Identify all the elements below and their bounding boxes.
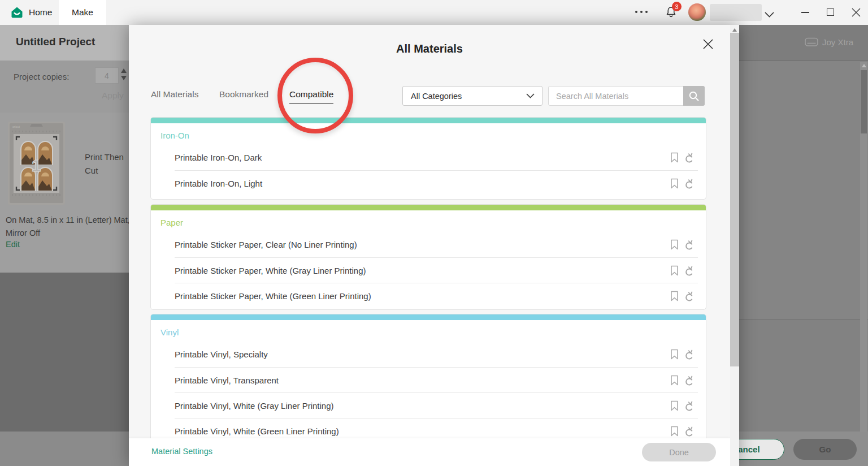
- cricut-compatible-icon: [683, 239, 695, 253]
- notification-badge: 3: [672, 2, 682, 11]
- mat-preview-thumbnail[interactable]: cricut 1: [8, 122, 65, 205]
- group-accent-strip: [151, 314, 706, 320]
- material-row[interactable]: Printable Vinyl, White (Gray Liner Print…: [175, 392, 698, 418]
- category-dropdown[interactable]: All Categories: [402, 86, 542, 106]
- bookmark-icon[interactable]: [670, 152, 679, 166]
- window-minimize-button[interactable]: [801, 12, 809, 13]
- window-close-button[interactable]: [852, 8, 861, 19]
- titlebar: Home Make 3: [0, 0, 868, 25]
- bookmark-icon[interactable]: [670, 290, 679, 304]
- right-panel-dimmed: [739, 61, 868, 320]
- category-dropdown-value: All Categories: [411, 92, 526, 101]
- cricut-compatible-icon: [683, 400, 695, 415]
- material-group-paper: Paper Printable Sticker Paper, Clear (No…: [150, 204, 706, 310]
- material-row[interactable]: Printable Iron-On, Light: [175, 170, 698, 196]
- cricut-compatible-icon: [683, 152, 695, 166]
- footer-area-dimmed: [0, 432, 129, 466]
- group-title: Iron-On: [160, 131, 706, 140]
- material-group-iron-on: Iron-On Printable Iron-On, Dark Printabl…: [150, 117, 706, 200]
- search-field: [548, 86, 705, 106]
- red-annotation-circle: [277, 58, 353, 133]
- all-materials-dialog: All Materials All Materials Bookmarked C…: [129, 25, 739, 466]
- cricut-compatible-icon: [683, 348, 695, 363]
- done-button[interactable]: Done: [642, 443, 716, 461]
- group-title: Vinyl: [160, 327, 706, 337]
- dialog-title: All Materials: [129, 42, 730, 55]
- material-row[interactable]: Printable Iron-On, Dark: [175, 145, 698, 170]
- material-name: Printable Iron-On, Dark: [175, 145, 698, 170]
- scroll-up-icon[interactable]: [732, 28, 737, 32]
- material-name: Printable Iron-On, Light: [175, 171, 698, 196]
- cut-type-label: Print Then Cut: [85, 150, 131, 178]
- material-name: Printable Vinyl, White (Gray Liner Print…: [175, 393, 698, 418]
- make-tab[interactable]: Make: [59, 0, 106, 25]
- svg-text:cricut: cricut: [12, 125, 20, 128]
- project-title: Untitled Project: [16, 36, 95, 48]
- bookmark-icon[interactable]: [670, 265, 679, 279]
- mat-summary-line2: Mirror Off: [6, 228, 40, 238]
- dialog-scrollbar[interactable]: [730, 25, 739, 466]
- machine-selector[interactable]: Joy Xtra: [805, 37, 853, 47]
- material-settings-link[interactable]: Material Settings: [151, 447, 212, 456]
- stepper-down-icon[interactable]: [121, 76, 127, 80]
- copies-input[interactable]: 4: [95, 67, 119, 84]
- material-row[interactable]: Printable Sticker Paper, White (Gray Lin…: [175, 257, 698, 283]
- cricut-compatible-icon: [683, 374, 695, 389]
- canvas-area-dimmed: [0, 273, 129, 432]
- avatar[interactable]: [688, 3, 706, 21]
- edit-link[interactable]: Edit: [6, 240, 20, 249]
- bookmark-icon[interactable]: [670, 348, 679, 363]
- bookmark-icon[interactable]: [670, 178, 679, 192]
- account-chevron-down-icon[interactable]: [765, 10, 774, 20]
- divider: [739, 320, 868, 320]
- stepper-up-icon[interactable]: [121, 68, 127, 73]
- scroll-up-icon[interactable]: [862, 64, 866, 67]
- group-accent-strip: [151, 205, 706, 210]
- material-name: Printable Sticker Paper, Clear (No Liner…: [175, 232, 698, 257]
- search-input[interactable]: [549, 87, 683, 105]
- scrollbar-thumb[interactable]: [861, 70, 867, 133]
- tab-all-materials[interactable]: All Materials: [151, 89, 198, 103]
- mat-number: 1: [32, 156, 41, 175]
- cricut-compatible-icon: [683, 265, 695, 279]
- material-name: Printable Sticker Paper, White (Green Li…: [175, 283, 698, 309]
- cricut-compatible-icon: [683, 178, 695, 192]
- copies-stepper[interactable]: [121, 68, 127, 80]
- chevron-down-icon: [526, 93, 535, 98]
- machine-icon: [805, 37, 818, 47]
- apply-button[interactable]: Apply: [102, 90, 124, 101]
- search-button[interactable]: [683, 86, 705, 106]
- window-maximize-button[interactable]: [827, 8, 834, 16]
- divider: [739, 60, 868, 61]
- more-menu-button[interactable]: [635, 11, 648, 13]
- account-name-redacted: [710, 4, 762, 21]
- tab-bookmarked[interactable]: Bookmarked: [219, 89, 268, 103]
- group-title: Paper: [160, 218, 706, 227]
- group-accent-strip: [151, 118, 706, 123]
- bookmark-icon[interactable]: [670, 374, 679, 389]
- search-icon: [688, 90, 700, 102]
- material-row[interactable]: Printable Vinyl, Specialty: [175, 342, 698, 367]
- bookmark-icon[interactable]: [670, 425, 679, 439]
- material-name: Printable Sticker Paper, White (Gray Lin…: [175, 258, 698, 283]
- dialog-close-icon[interactable]: [702, 38, 715, 51]
- dialog-footer: Material Settings Done: [129, 438, 730, 466]
- home-tab[interactable]: Home: [10, 0, 52, 25]
- scrollbar-thumb[interactable]: [730, 33, 739, 366]
- machine-label: Joy Xtra: [822, 37, 853, 47]
- project-copies-label: Project copies:: [14, 72, 69, 81]
- bookmark-icon[interactable]: [670, 400, 679, 414]
- background-scrollbar[interactable]: [860, 62, 867, 432]
- material-row[interactable]: Printable Vinyl, Transparent: [175, 367, 698, 392]
- cricut-compatible-icon: [683, 290, 695, 305]
- material-row[interactable]: Printable Sticker Paper, White (Green Li…: [175, 283, 698, 308]
- material-row[interactable]: Printable Sticker Paper, Clear (No Liner…: [175, 232, 698, 257]
- mat-summary-line1: On Mat, 8.5 in x 11 in (Letter) Mat,: [6, 215, 130, 225]
- right-panel-lower-dimmed: [739, 320, 868, 432]
- go-button[interactable]: Go: [793, 439, 857, 460]
- bookmark-icon[interactable]: [670, 239, 679, 253]
- cricut-logo-icon: [10, 6, 24, 19]
- material-name: Printable Vinyl, Specialty: [175, 342, 698, 367]
- home-label: Home: [29, 7, 52, 18]
- material-name: Printable Vinyl, Transparent: [175, 368, 698, 393]
